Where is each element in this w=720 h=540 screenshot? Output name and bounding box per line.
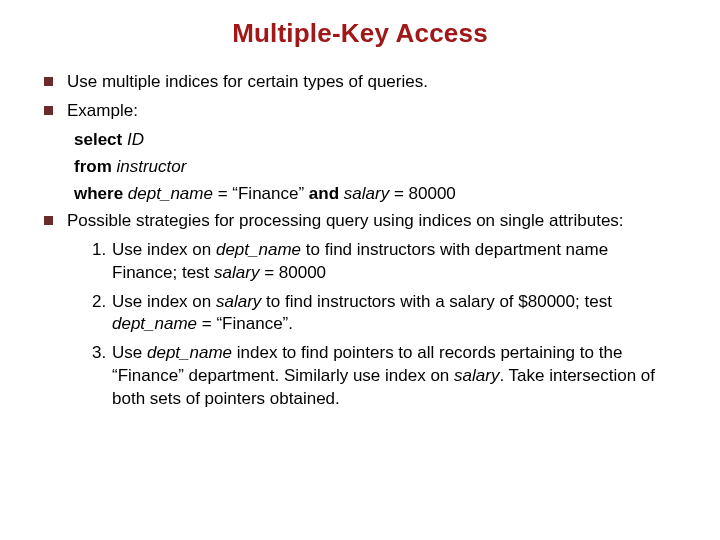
- bullet-3: Possible strategies for processing query…: [44, 210, 676, 233]
- eq-finance: = “Finance”: [213, 184, 309, 203]
- list-body: Use index on dept_name to find instructo…: [112, 239, 676, 285]
- list-body: Use index on salary to find instructors …: [112, 291, 676, 337]
- bullet-icon: [44, 106, 53, 115]
- col-salary: salary: [216, 292, 261, 311]
- t: Use index on: [112, 240, 216, 259]
- kw-and: and: [309, 184, 344, 203]
- slide-title: Multiple-Key Access: [44, 18, 676, 49]
- col-deptname: dept_name: [216, 240, 301, 259]
- t: to find instructors with a salary of $80…: [261, 292, 612, 311]
- list-number: 1.: [92, 239, 112, 285]
- sql-where: where dept_name = “Finance” and salary =…: [74, 183, 676, 206]
- bullet-2: Example:: [44, 100, 676, 123]
- list-item: 3. Use dept_name index to find pointers …: [92, 342, 676, 411]
- strategy-list: 1. Use index on dept_name to find instru…: [92, 239, 676, 412]
- kw-select: select: [74, 130, 127, 149]
- bullet-icon: [44, 77, 53, 86]
- bullet-icon: [44, 216, 53, 225]
- eq-80000: = 80000: [389, 184, 456, 203]
- t: Use: [112, 343, 147, 362]
- col-id: ID: [127, 130, 144, 149]
- col-salary: salary: [214, 263, 259, 282]
- kw-where: where: [74, 184, 128, 203]
- sql-select: select ID: [74, 129, 676, 152]
- list-item: 2. Use index on salary to find instructo…: [92, 291, 676, 337]
- col-salary: salary: [344, 184, 389, 203]
- col-salary: salary: [454, 366, 499, 385]
- col-deptname: dept_name: [112, 314, 197, 333]
- list-item: 1. Use index on dept_name to find instru…: [92, 239, 676, 285]
- t: = “Finance”.: [197, 314, 293, 333]
- t: = 80000: [259, 263, 326, 282]
- list-number: 3.: [92, 342, 112, 411]
- col-deptname: dept_name: [128, 184, 213, 203]
- bullet-text: Use multiple indices for certain types o…: [67, 71, 428, 94]
- sql-from: from instructor: [74, 156, 676, 179]
- bullet-text: Possible strategies for processing query…: [67, 210, 624, 233]
- bullet-text: Example:: [67, 100, 138, 123]
- kw-from: from: [74, 157, 117, 176]
- slide: Multiple-Key Access Use multiple indices…: [0, 0, 720, 411]
- t: Use index on: [112, 292, 216, 311]
- list-body: Use dept_name index to find pointers to …: [112, 342, 676, 411]
- bullet-1: Use multiple indices for certain types o…: [44, 71, 676, 94]
- tbl-instructor: instructor: [117, 157, 187, 176]
- col-deptname: dept_name: [147, 343, 232, 362]
- list-number: 2.: [92, 291, 112, 337]
